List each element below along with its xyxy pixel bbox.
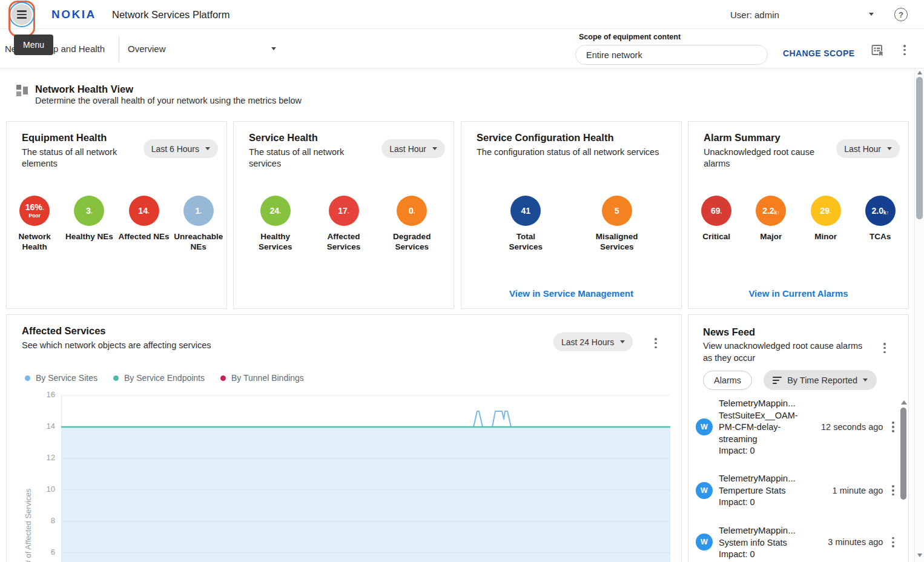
news-item-kebab-icon[interactable] xyxy=(891,420,896,433)
news-item-meta: 1 minute ago xyxy=(833,484,896,497)
metric-label: Critical xyxy=(702,231,730,242)
user-menu[interactable]: User: admin xyxy=(730,10,779,20)
avatar: W xyxy=(696,482,713,499)
card-subtitle: The status of all network services xyxy=(249,147,367,170)
view-selector[interactable]: Overview xyxy=(128,44,276,54)
time-range-dropdown[interactable]: Last Hour xyxy=(381,139,445,158)
time-range-label: Last 24 Hours xyxy=(561,337,614,347)
news-list: W TelemetryMappin... TestSuiteEx__OAM-PM… xyxy=(696,397,896,562)
news-scrollbar-thumb[interactable] xyxy=(900,408,906,500)
chevron-down-icon xyxy=(863,379,868,382)
user-caret-icon[interactable] xyxy=(869,13,874,16)
metric-label: Affected NEs xyxy=(119,231,170,242)
news-item-impact: Impact: 0 xyxy=(719,445,812,457)
page-scrollbar-thumb[interactable] xyxy=(916,77,923,219)
news-item-impact: Impact: 0 xyxy=(719,549,812,560)
time-range-dropdown[interactable]: Last 6 Hours xyxy=(144,139,218,158)
y-tick: 8 xyxy=(31,516,55,525)
y-tick: 14 xyxy=(31,422,55,431)
card-subtitle: The status of all network elements xyxy=(22,147,140,170)
news-scroll-up-icon[interactable] xyxy=(901,400,907,405)
metric-healthy-nes: 3- Healthy NEs xyxy=(62,196,116,253)
legend-dot-icon xyxy=(220,375,226,381)
time-range-dropdown[interactable]: Last Hour xyxy=(836,139,900,158)
view-in-current-alarms-link[interactable]: View in Current Alarms xyxy=(688,288,908,299)
metric-circle: 5 xyxy=(602,196,632,226)
menu-tooltip: Menu xyxy=(14,35,53,55)
avatar: W xyxy=(696,534,713,550)
news-item-meta: 12 seconds ago xyxy=(821,420,896,433)
news-item[interactable]: W TelemetryMappin... System info Stats I… xyxy=(696,524,896,561)
news-item-time: 1 minute ago xyxy=(833,486,883,495)
toolbar-kebab-icon[interactable] xyxy=(902,44,907,56)
legend-label: By Service Endpoints xyxy=(124,373,205,383)
metric-healthy-services: 24- Healthy Services xyxy=(249,196,302,253)
scroll-down-icon[interactable] xyxy=(917,554,922,557)
legend-label: By Service Sites xyxy=(36,373,97,383)
card-kebab-icon[interactable] xyxy=(882,342,887,354)
metric-circle: 2.2k↑ xyxy=(756,196,786,226)
legend-by-service-endpoints[interactable]: By Service Endpoints xyxy=(113,373,205,383)
service-health-card: Service Health The status of all network… xyxy=(233,121,454,309)
change-scope-button[interactable]: CHANGE SCOPE xyxy=(783,48,854,58)
time-range-label: Last Hour xyxy=(844,144,881,154)
time-range-dropdown[interactable]: Last 24 Hours xyxy=(553,332,633,351)
card-subtitle: The configuration status of all network … xyxy=(477,147,676,158)
metric-circle: 29- xyxy=(811,196,841,226)
section-subtitle: Determine the overall health of your net… xyxy=(35,96,302,105)
menu-click-highlight xyxy=(8,1,35,37)
view-selector-label: Overview xyxy=(128,44,166,54)
scroll-up-icon[interactable] xyxy=(917,71,922,74)
time-range-label: Last Hour xyxy=(389,144,426,154)
nsp-dashboard: NOKIA Network Services Platform User: ad… xyxy=(0,0,924,562)
chevron-down-icon xyxy=(887,147,892,150)
news-item-body: Temperture Stats xyxy=(719,485,812,497)
metric-label: Total Services xyxy=(499,231,552,253)
metric-network-health: 16%- Poor Network Health xyxy=(8,196,61,253)
sort-dropdown[interactable]: By Time Reported xyxy=(764,370,877,390)
page-scrollbar[interactable] xyxy=(914,68,924,562)
metric-circle: 41 xyxy=(510,196,541,226)
metric-label: Degraded Services xyxy=(385,231,438,253)
chart-legend: By Service Sites By Service Endpoints By… xyxy=(25,373,304,383)
metric-circle: 3- xyxy=(74,196,104,226)
news-item-body: TestSuiteEx__OAM-PM-CFM-delay-streaming xyxy=(719,410,812,445)
news-item[interactable]: W TelemetryMappin... Temperture Stats Im… xyxy=(696,472,896,509)
metric-label: Unreachable NEs xyxy=(172,231,225,253)
legend-label: By Tunnel Bindings xyxy=(231,373,304,383)
legend-by-service-sites[interactable]: By Service Sites xyxy=(25,373,97,383)
affected-services-chart[interactable] xyxy=(61,392,670,562)
news-item-meta: 3 minutes ago xyxy=(828,536,896,549)
metric-total-services: 41 Total Services xyxy=(499,196,552,253)
saved-report-icon[interactable] xyxy=(870,43,885,58)
metric-affected-nes: 14- Affected NEs xyxy=(117,196,171,253)
y-tick: 16 xyxy=(31,390,55,399)
news-item-text: TelemetryMappin... System info Stats Imp… xyxy=(719,524,812,561)
metric-unreachable-nes: 1- Unreachable NEs xyxy=(172,196,225,253)
legend-dot-icon xyxy=(25,375,30,381)
chevron-down-icon xyxy=(432,147,437,150)
legend-by-tunnel-bindings[interactable]: By Tunnel Bindings xyxy=(220,373,304,383)
news-item-kebab-icon[interactable] xyxy=(891,536,896,549)
metric-circle: 0- xyxy=(397,196,427,226)
metric-affected-services: 17- Affected Services xyxy=(317,196,371,253)
affected-services-card: Affected Services See which network obje… xyxy=(6,314,682,562)
metric-label: Misaligned Services xyxy=(590,231,644,253)
metric-label: Healthy Services xyxy=(249,231,302,253)
help-icon[interactable]: ? xyxy=(894,8,908,21)
scope-input[interactable]: Entire network xyxy=(575,45,768,65)
metric-circle: 69- xyxy=(701,196,731,226)
news-item-kebab-icon[interactable] xyxy=(891,484,896,497)
scope-value: Entire network xyxy=(586,50,642,60)
alarms-filter-chip[interactable]: Alarms xyxy=(703,371,752,390)
card-kebab-icon[interactable] xyxy=(653,337,658,349)
news-item[interactable]: W TelemetryMappin... TestSuiteEx__OAM-PM… xyxy=(696,397,896,457)
chevron-down-icon xyxy=(271,47,276,50)
metrics-row: 24- Healthy Services 17- Affected Servic… xyxy=(234,196,454,253)
view-in-service-management-link[interactable]: View in Service Management xyxy=(461,288,681,299)
avatar: W xyxy=(696,418,713,435)
news-filter-row: Alarms By Time Reported xyxy=(703,370,877,390)
alarm-summary-card: Alarm Summary Unacknowledged root cause … xyxy=(688,121,909,309)
metric-circle: 1- xyxy=(183,196,214,226)
dashboard-grid-icon xyxy=(16,85,28,96)
